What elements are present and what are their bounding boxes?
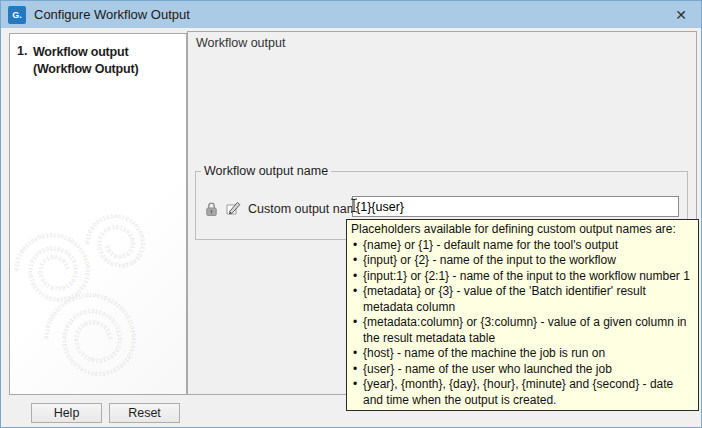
custom-output-name-label: Custom output name: [248, 202, 364, 216]
close-button[interactable]: ✕: [665, 1, 697, 28]
svg-text:011010011010010110100101101001: 0110100110100101101001011010010110100101…: [10, 34, 137, 377]
help-button[interactable]: Help: [31, 403, 102, 423]
tooltip-placeholder-item: {year}, {month}, {day}, {hour}, {minute}…: [351, 377, 695, 408]
wizard-step-workflow-output[interactable]: 1. Workflow output (Workflow Output): [10, 34, 186, 78]
titlebar: G. Configure Workflow Output ✕: [1, 1, 701, 28]
tooltip-placeholder-list: {name} or {1} - default name for the too…: [351, 238, 695, 409]
panel-title: Workflow output: [196, 36, 285, 50]
window-title: Configure Workflow Output: [34, 7, 190, 22]
tooltip-intro: Placeholders available for defining cust…: [351, 222, 695, 238]
reset-button[interactable]: Reset: [109, 403, 180, 423]
tooltip-placeholder-item: {metadata} or {3} - value of the 'Batch …: [351, 284, 695, 315]
tooltip-placeholder-item: {user} - name of the user who launched t…: [351, 362, 695, 378]
tooltip-placeholder-item: {name} or {1} - default name for the too…: [351, 238, 695, 254]
tooltip-placeholder-item: {metadata:column} or {3:column} - value …: [351, 315, 695, 346]
configure-workflow-output-dialog: G. Configure Workflow Output ✕ 011010011…: [0, 0, 702, 428]
custom-output-name-row: Custom output name: [203, 200, 364, 217]
lock-icon[interactable]: [203, 200, 220, 217]
app-icon: G.: [8, 6, 26, 24]
wizard-steps-panel: 0110100110100101101001011010010110100101…: [9, 33, 187, 395]
tooltip-placeholder-item: {host} - name of the machine the job is …: [351, 346, 695, 362]
custom-output-name-input[interactable]: [352, 196, 679, 217]
group-legend: Workflow output name: [201, 164, 331, 178]
placeholders-tooltip: Placeholders available for defining cust…: [346, 219, 699, 411]
step-number: 1.: [17, 44, 33, 78]
tooltip-placeholder-item: {input:1} or {2:1} - name of the input t…: [351, 269, 695, 285]
edit-icon[interactable]: [225, 200, 242, 217]
step-title: Workflow output (Workflow Output): [33, 44, 182, 78]
binary-swirl-decoration: 0110100110100101101001011010010110100101…: [10, 34, 187, 394]
tooltip-placeholder-item: {input} or {2} - name of the input to th…: [351, 253, 695, 269]
